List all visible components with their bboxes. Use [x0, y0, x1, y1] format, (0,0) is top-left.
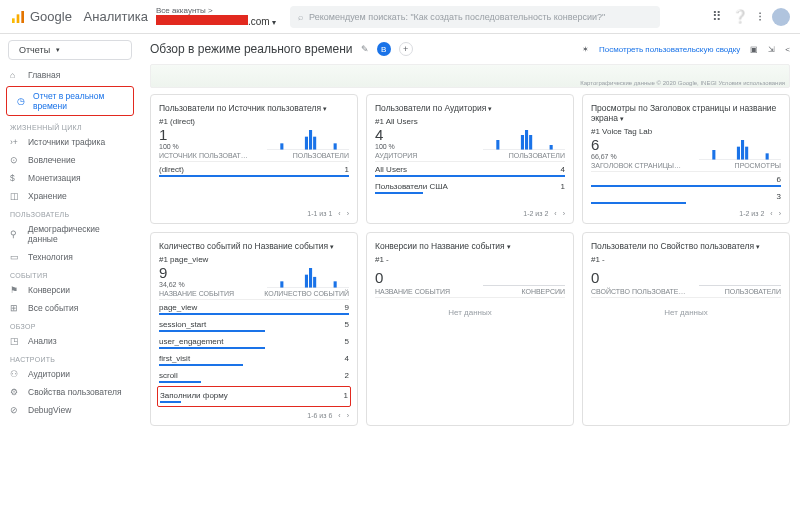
world-map[interactable]: Картографические данные © 2020 Google, I…	[150, 64, 790, 88]
search-bar[interactable]: ⌕ Рекомендуем поискать: "Как создать пос…	[290, 6, 660, 28]
svg-rect-75	[305, 275, 308, 288]
next-page-icon[interactable]: ›	[347, 210, 349, 217]
table-row[interactable]: Заполнили форму1	[160, 388, 348, 403]
col-b: ПОЛЬЗОВАТЕЛИ	[725, 288, 781, 295]
analytics-logo-icon	[10, 9, 26, 25]
sidebar-item-debugview[interactable]: ⊘DebugView	[0, 401, 140, 419]
demographics-icon: ⚲	[10, 229, 22, 239]
acquisition-icon: ›+	[10, 137, 22, 147]
kpi-label: #1 -	[375, 255, 565, 264]
product-name: Аналитика	[84, 9, 148, 24]
titlebar: Обзор в режиме реального времени ✎ B + ✶…	[150, 34, 790, 64]
user-snapshot-link[interactable]: Посмотреть пользовательскую сводку	[599, 45, 740, 54]
clock-icon: ◷	[17, 96, 27, 106]
add-segment-button[interactable]: +	[399, 42, 413, 56]
next-page-icon[interactable]: ›	[563, 210, 565, 217]
analysis-icon: ◳	[10, 336, 22, 346]
card-title[interactable]: Просмотры по Заголовок страницы и назван…	[591, 103, 781, 123]
card-title[interactable]: Пользователи по Свойство пользователя	[591, 241, 781, 251]
svg-rect-54	[737, 147, 740, 160]
kpi-label: #1 -	[591, 255, 781, 264]
domain-suffix: .com	[248, 16, 270, 27]
properties-icon: ⚙	[10, 387, 22, 397]
svg-rect-61	[766, 153, 769, 160]
account-switcher[interactable]: Все аккаунты > .com ▾	[156, 7, 276, 27]
sidebar-item-monetization[interactable]: $Монетизация	[0, 169, 140, 187]
pager: 1-6 из 6‹›	[159, 408, 349, 419]
prev-page-icon[interactable]: ‹	[554, 210, 556, 217]
svg-rect-2	[21, 11, 24, 23]
card-title[interactable]: Количество событий по Название события	[159, 241, 349, 251]
logo[interactable]: Google Аналитика	[10, 9, 148, 25]
no-data: Нет данных	[591, 298, 781, 327]
kpi-label: #1 All Users	[375, 117, 565, 126]
svg-rect-13	[309, 130, 312, 150]
col-a: ИСТОЧНИК ПОЛЬЗОВАТ…	[159, 152, 248, 159]
notifications-icon[interactable]: ⁝	[758, 9, 762, 24]
card-title[interactable]: Пользователи по Аудитория	[375, 103, 565, 113]
sidebar-item-analysis[interactable]: ◳Анализ	[0, 332, 140, 350]
export-icon[interactable]: ⇲	[768, 45, 775, 54]
sidebar-item-realtime[interactable]: ◷Отчет в реальном времени	[6, 86, 134, 116]
prev-page-icon[interactable]: ‹	[770, 210, 772, 217]
svg-rect-1	[17, 14, 20, 23]
apps-icon[interactable]: ⠿	[712, 9, 722, 24]
svg-rect-55	[741, 140, 744, 160]
col-b: ПОЛЬЗОВАТЕЛИ	[293, 152, 349, 159]
kpi-percent: 34,62 %	[159, 281, 185, 288]
sidebar-item-engagement[interactable]: ⊙Вовлечение	[0, 151, 140, 169]
svg-rect-6	[280, 143, 283, 150]
svg-rect-33	[521, 135, 524, 150]
edit-title-icon[interactable]: ✎	[361, 44, 369, 54]
share-icon[interactable]: <	[785, 45, 790, 54]
section-overview: ОБЗОР	[0, 317, 140, 332]
svg-rect-34	[525, 130, 528, 150]
col-b: ПРОСМОТРЫ	[735, 162, 781, 169]
sidebar-item-audiences[interactable]: ⚇Аудитории	[0, 365, 140, 383]
sidebar-item-demographics[interactable]: ⚲Демографические данные	[0, 220, 140, 248]
help-icon[interactable]: ❔	[732, 9, 748, 24]
cards-grid: Пользователи по Источник пользователя#1 …	[150, 94, 790, 426]
sidebar-item-retention[interactable]: ◫Хранение	[0, 187, 140, 205]
sidebar-item-conversions[interactable]: ⚑Конверсии	[0, 281, 140, 299]
prev-page-icon[interactable]: ‹	[338, 210, 340, 217]
svg-rect-19	[334, 143, 337, 150]
header: Google Аналитика Все аккаунты > .com ▾ ⌕…	[0, 0, 800, 34]
customize-icon[interactable]: ▣	[750, 45, 758, 54]
col-a: ЗАГОЛОВОК СТРАНИЦЫ…	[591, 162, 681, 169]
svg-rect-0	[12, 18, 15, 23]
svg-rect-77	[313, 277, 316, 288]
kpi-value: 9	[159, 264, 185, 281]
no-data: Нет данных	[375, 298, 565, 327]
col-b: КОНВЕРСИИ	[521, 288, 565, 295]
retention-icon: ◫	[10, 191, 22, 201]
user-snapshot-icon: ✶	[582, 45, 589, 54]
svg-rect-27	[496, 140, 499, 150]
card-title[interactable]: Конверсии по Название события	[375, 241, 565, 251]
kpi-percent: 66,67 %	[591, 153, 617, 160]
kpi-value: 1	[159, 126, 179, 143]
card-title[interactable]: Пользователи по Источник пользователя	[159, 103, 349, 113]
card: Просмотры по Заголовок страницы и назван…	[582, 94, 790, 224]
svg-rect-14	[313, 137, 316, 150]
pager: 1-2 из 2‹›	[375, 206, 565, 217]
card: Пользователи по Аудитория#1 All Users410…	[366, 94, 574, 224]
prev-page-icon[interactable]: ‹	[338, 412, 340, 419]
kpi-value: 0	[591, 269, 599, 286]
reports-dropdown[interactable]: Отчеты ▾	[8, 40, 132, 60]
sidebar-item-acquisition[interactable]: ›+Источники трафика	[0, 133, 140, 151]
next-page-icon[interactable]: ›	[779, 210, 781, 217]
next-page-icon[interactable]: ›	[347, 412, 349, 419]
search-icon: ⌕	[298, 12, 303, 22]
audiences-icon: ⚇	[10, 369, 22, 379]
tech-icon: ▭	[10, 252, 22, 262]
sidebar-item-home[interactable]: ⌂Главная	[0, 66, 140, 84]
pager: 1-2 из 2‹›	[591, 206, 781, 217]
sidebar-item-tech[interactable]: ▭Технология	[0, 248, 140, 266]
sidebar-item-all-events[interactable]: ⊞Все события	[0, 299, 140, 317]
events-icon: ⊞	[10, 303, 22, 313]
segment-chip[interactable]: B	[377, 42, 391, 56]
avatar[interactable]	[772, 8, 790, 26]
content: Обзор в режиме реального времени ✎ B + ✶…	[140, 34, 800, 513]
sidebar-item-user-properties[interactable]: ⚙Свойства пользователя	[0, 383, 140, 401]
